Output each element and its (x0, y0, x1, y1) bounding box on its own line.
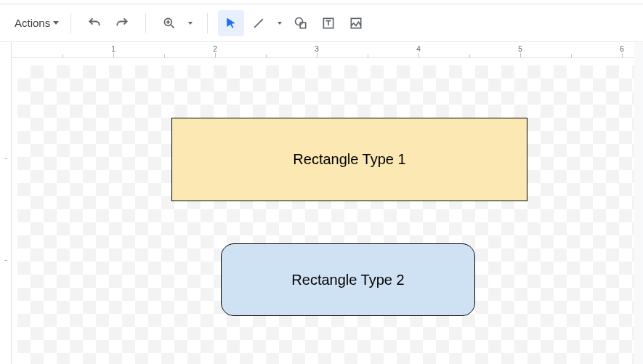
svg-line-1 (171, 25, 174, 28)
svg-line-4 (254, 19, 263, 28)
ruler-tick (4, 260, 7, 261)
ruler-tick (317, 53, 318, 57)
undo-button[interactable] (81, 10, 108, 36)
actions-menu-button[interactable]: Actions (9, 12, 65, 33)
ruler-label: 2 (213, 45, 217, 53)
image-tool-button[interactable] (343, 10, 369, 36)
image-icon (349, 16, 363, 31)
horizontal-ruler: 1 2 3 4 5 6 (12, 42, 643, 58)
text-tool-button[interactable] (315, 10, 341, 36)
canvas-viewport[interactable]: Rectangle Type 1 Rectangle Type 2 (12, 58, 643, 364)
ruler-tick (622, 53, 623, 57)
shape-text: Rectangle Type 1 (293, 151, 405, 168)
redo-button[interactable] (109, 10, 135, 36)
vertical-ruler (0, 42, 12, 364)
drawing-canvas[interactable]: Rectangle Type 1 Rectangle Type 2 (17, 65, 637, 364)
chevron-down-icon (278, 22, 282, 25)
chevron-down-icon (53, 21, 59, 25)
select-tool-button[interactable] (218, 10, 244, 36)
svg-rect-6 (300, 23, 306, 28)
svg-point-5 (296, 17, 303, 25)
ruler-label: 6 (620, 45, 624, 53)
ruler-tick (469, 54, 470, 57)
toolbar-separator (207, 13, 208, 33)
chevron-down-icon (188, 22, 193, 25)
ruler-label: 3 (315, 45, 319, 53)
ruler-tick (4, 158, 7, 159)
shape-tool-button[interactable] (288, 10, 314, 36)
toolbar-separator (145, 13, 146, 33)
ruler-tick (164, 54, 165, 57)
line-dropdown[interactable] (273, 10, 286, 36)
workspace: 1 2 3 4 5 6 Rectangle Type 1 (0, 42, 643, 364)
zoom-dropdown[interactable] (184, 10, 197, 36)
ruler-tick (368, 54, 368, 57)
shape-text: Rectangle Type 2 (291, 272, 404, 288)
rectangle-shape-2[interactable]: Rectangle Type 2 (221, 243, 475, 316)
text-icon (321, 16, 336, 31)
zoom-group (152, 10, 201, 36)
rectangle-shape-1[interactable]: Rectangle Type 1 (171, 118, 527, 201)
ruler-label: 5 (518, 45, 522, 53)
zoom-button[interactable] (156, 10, 182, 36)
line-icon (251, 16, 266, 31)
ruler-tick (266, 54, 267, 57)
ruler-tick (62, 54, 63, 57)
main-toolbar: Actions (0, 4, 643, 42)
line-tool-button[interactable] (246, 10, 272, 36)
main-area: 1 2 3 4 5 6 Rectangle Type 1 (12, 42, 643, 364)
shape-icon (294, 16, 308, 31)
tools-group (214, 10, 373, 36)
undo-icon (87, 16, 102, 31)
ruler-tick (520, 53, 521, 57)
ruler-tick (215, 53, 216, 57)
zoom-icon (162, 16, 177, 31)
redo-icon (115, 16, 129, 31)
toolbar-separator (70, 13, 71, 33)
select-icon (224, 16, 238, 31)
ruler-tick (418, 53, 419, 57)
actions-label: Actions (15, 17, 50, 29)
history-group (77, 10, 139, 36)
ruler-tick (113, 53, 114, 57)
ruler-label: 4 (416, 45, 421, 53)
ruler-tick (571, 54, 572, 57)
ruler-label: 1 (111, 45, 116, 53)
vertical-scrollbar[interactable] (634, 42, 643, 364)
